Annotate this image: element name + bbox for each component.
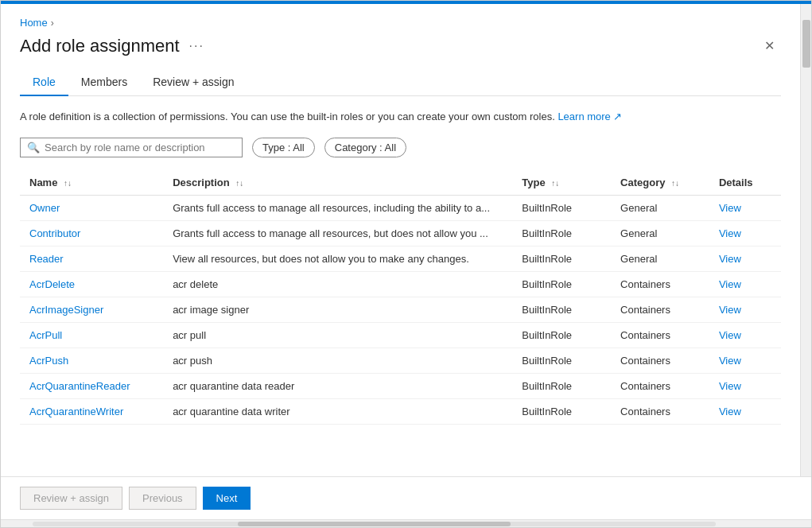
scrollbar-track [33,522,716,526]
col-header-type[interactable]: Type ↑↓ [512,170,611,196]
table-row[interactable]: OwnerGrants full access to manage all re… [20,195,781,220]
view-link[interactable]: View [719,304,741,316]
cell-type: BuiltInRole [512,322,611,347]
view-link[interactable]: View [719,355,741,367]
col-header-name[interactable]: Name ↑↓ [20,170,163,196]
main-window: Home › Add role assignment ··· ✕ Role Me… [0,0,812,528]
next-button[interactable]: Next [203,487,251,510]
ellipsis-button[interactable]: ··· [189,39,204,53]
cell-details[interactable]: View [709,347,781,373]
cell-description: Grants full access to manage all resourc… [163,220,512,246]
breadcrumb: Home › [20,17,781,29]
cell-description: acr quarantine data reader [163,373,512,398]
cell-category: General [611,220,709,246]
cell-description: acr pull [163,322,512,347]
cell-category: General [611,195,709,220]
cell-description: acr quarantine data writer [163,398,512,424]
page-title: Add role assignment [20,36,180,56]
sort-icon-type: ↑↓ [551,179,559,188]
page-title-row: Add role assignment ··· [20,36,204,56]
table-row[interactable]: AcrDeleteacr deleteBuiltInRoleContainers… [20,271,781,297]
horizontal-scrollbar[interactable] [1,519,811,527]
col-header-description[interactable]: Description ↑↓ [163,170,512,196]
scrollable-content: Home › Add role assignment ··· ✕ Role Me… [1,4,800,476]
view-link[interactable]: View [719,227,741,239]
view-link[interactable]: View [719,202,741,214]
review-assign-button[interactable]: Review + assign [20,487,122,510]
table-row[interactable]: AcrPushacr pushBuiltInRoleContainersView [20,347,781,373]
cell-description: Grants full access to manage all resourc… [163,195,512,220]
cell-category: Containers [611,347,709,373]
filters-row: 🔍 Type : All Category : All [20,138,781,157]
cell-name: Reader [20,246,163,271]
col-header-category[interactable]: Category ↑↓ [611,170,709,196]
cell-category: Containers [611,398,709,424]
description-text: A role definition is a collection of per… [20,109,781,125]
search-icon: 🔍 [27,142,40,153]
cell-type: BuiltInRole [512,398,611,424]
content-area: Home › Add role assignment ··· ✕ Role Me… [1,4,811,476]
cell-category: General [611,246,709,271]
cell-name: AcrDelete [20,271,163,297]
scrollbar-thumb-h[interactable] [238,522,511,526]
cell-details[interactable]: View [709,220,781,246]
cell-category: Containers [611,297,709,322]
cell-name: AcrQuarantineReader [20,373,163,398]
cell-details[interactable]: View [709,271,781,297]
table-row[interactable]: AcrQuarantineWriteracr quarantine data w… [20,398,781,424]
view-link[interactable]: View [719,329,741,341]
cell-type: BuiltInRole [512,271,611,297]
table-row[interactable]: AcrQuarantineReaderacr quarantine data r… [20,373,781,398]
breadcrumb-separator: › [51,17,54,29]
cell-details[interactable]: View [709,373,781,398]
search-input[interactable] [45,142,235,153]
search-box[interactable]: 🔍 [20,138,243,157]
cell-description: View all resources, but does not allow y… [163,246,512,271]
table-row[interactable]: AcrPullacr pullBuiltInRoleContainersView [20,322,781,347]
close-button[interactable]: ✕ [758,35,781,56]
cell-name: AcrImageSigner [20,297,163,322]
category-filter-pill[interactable]: Category : All [324,138,406,157]
vertical-scrollbar[interactable] [800,4,811,476]
sort-icon-description: ↑↓ [235,179,243,188]
view-link[interactable]: View [719,278,741,290]
cell-details[interactable]: View [709,246,781,271]
cell-details[interactable]: View [709,297,781,322]
cell-description: acr delete [163,271,512,297]
cell-category: Containers [611,322,709,347]
view-link[interactable]: View [719,380,741,392]
cell-description: acr push [163,347,512,373]
table-row[interactable]: AcrImageSigneracr image signerBuiltInRol… [20,297,781,322]
view-link[interactable]: View [719,253,741,265]
tab-review-assign[interactable]: Review + assign [140,69,247,96]
cell-category: Containers [611,271,709,297]
tab-bar: Role Members Review + assign [20,69,781,96]
cell-name: AcrPull [20,322,163,347]
sort-icon-name: ↑↓ [64,179,72,188]
scrollbar-thumb[interactable] [802,20,810,68]
footer: Review + assign Previous Next [1,476,811,519]
cell-name: AcrQuarantineWriter [20,398,163,424]
tab-members[interactable]: Members [68,69,140,96]
tab-role[interactable]: Role [20,69,68,96]
cell-details[interactable]: View [709,195,781,220]
roles-table: Name ↑↓ Description ↑↓ Type ↑↓ Categor [20,170,781,425]
cell-type: BuiltInRole [512,373,611,398]
cell-type: BuiltInRole [512,220,611,246]
breadcrumb-home[interactable]: Home [20,17,48,29]
cell-name: Contributor [20,220,163,246]
cell-category: Containers [611,373,709,398]
col-header-details: Details [709,170,781,196]
cell-type: BuiltInRole [512,297,611,322]
table-row[interactable]: ContributorGrants full access to manage … [20,220,781,246]
table-row[interactable]: ReaderView all resources, but does not a… [20,246,781,271]
view-link[interactable]: View [719,406,741,417]
cell-details[interactable]: View [709,398,781,424]
learn-more-link[interactable]: Learn more ↗ [558,111,622,122]
previous-button[interactable]: Previous [129,487,196,510]
table-header-row: Name ↑↓ Description ↑↓ Type ↑↓ Categor [20,170,781,196]
type-filter-pill[interactable]: Type : All [252,138,315,157]
cell-name: AcrPush [20,347,163,373]
cell-type: BuiltInRole [512,195,611,220]
cell-details[interactable]: View [709,322,781,347]
